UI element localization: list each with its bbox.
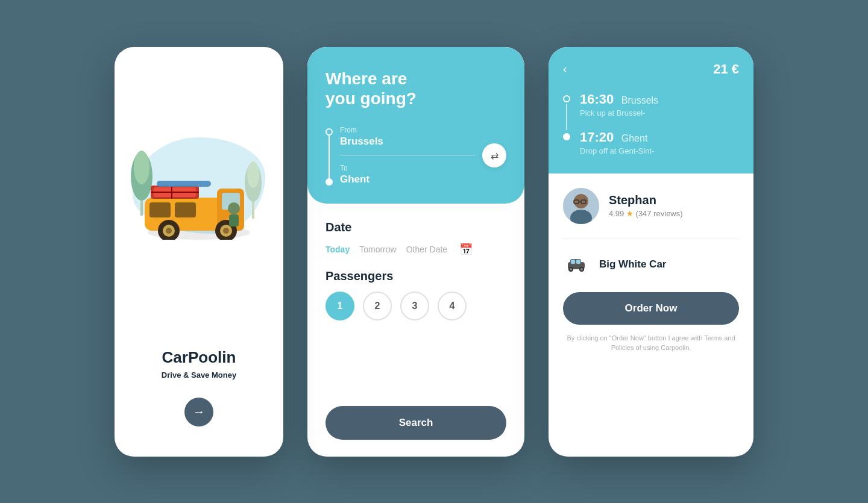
departure-sub: Pick up at Brussel- bbox=[580, 108, 739, 117]
welcome-card: CarPoolin Drive & Save Money → bbox=[115, 47, 283, 457]
passenger-3-button[interactable]: 3 bbox=[400, 292, 429, 320]
driver-rating-row: 4.99 ★ (347 reviews) bbox=[609, 209, 683, 218]
trip-header: ‹ 21 € 16:30 Brussels Pick up at Brussel… bbox=[549, 47, 753, 173]
search-card: Where are you going? From Brussels To Gh… bbox=[307, 47, 524, 457]
date-other[interactable]: Other Date bbox=[406, 245, 447, 254]
car-row: Big White Car bbox=[563, 251, 739, 278]
arrival-dot bbox=[563, 133, 570, 140]
car-name: Big White Car bbox=[599, 258, 666, 270]
trip-nav: ‹ 21 € bbox=[563, 61, 739, 77]
svg-rect-24 bbox=[229, 214, 239, 227]
van-illustration bbox=[139, 167, 259, 240]
passenger-4-button[interactable]: 4 bbox=[438, 292, 467, 320]
svg-point-38 bbox=[580, 268, 583, 270]
app-subtitle: Drive & Save Money bbox=[162, 370, 236, 380]
svg-rect-22 bbox=[157, 181, 211, 187]
passengers-section: Passengers 1 2 3 4 bbox=[326, 269, 506, 320]
divider bbox=[563, 239, 739, 239]
arrival-row: 17:20 Ghent Drop off at Gent-Sint- bbox=[563, 130, 739, 155]
svg-point-17 bbox=[223, 228, 229, 234]
passenger-2-button[interactable]: 2 bbox=[363, 292, 392, 320]
svg-rect-33 bbox=[571, 260, 575, 264]
svg-rect-9 bbox=[149, 202, 171, 217]
date-today[interactable]: Today bbox=[326, 245, 350, 254]
svg-point-23 bbox=[228, 202, 240, 214]
from-value[interactable]: Brussels bbox=[340, 136, 475, 155]
driver-avatar bbox=[563, 188, 599, 224]
search-heading: Where are you going? bbox=[326, 69, 506, 109]
get-started-button[interactable]: → bbox=[184, 398, 213, 426]
svg-rect-34 bbox=[576, 260, 580, 264]
route-container: From Brussels To Ghent ⇄ bbox=[326, 126, 506, 186]
route-timeline: 16:30 Brussels Pick up at Brussel- 17:20… bbox=[563, 92, 739, 155]
departure-row: 16:30 Brussels Pick up at Brussel- bbox=[563, 92, 739, 117]
search-button[interactable]: Search bbox=[326, 406, 506, 440]
departure-info: 16:30 Brussels Pick up at Brussel- bbox=[580, 92, 739, 117]
svg-point-36 bbox=[570, 268, 572, 270]
departure-city: Brussels bbox=[621, 95, 658, 105]
from-label: From bbox=[340, 126, 475, 134]
route-fields: From Brussels To Ghent bbox=[340, 126, 475, 186]
review-count: (347 reviews) bbox=[636, 209, 683, 218]
passengers-section-title: Passengers bbox=[326, 269, 506, 283]
arrival-city: Ghent bbox=[621, 133, 648, 143]
arrow-right-icon: → bbox=[193, 405, 205, 419]
app-title: CarPoolin bbox=[162, 348, 236, 367]
back-button[interactable]: ‹ bbox=[563, 62, 567, 76]
arrival-info: 17:20 Ghent Drop off at Gent-Sint- bbox=[580, 130, 739, 155]
date-options: Today Tomorrow Other Date 📅 bbox=[326, 243, 506, 256]
van-scene bbox=[121, 83, 277, 252]
driver-info: Stephan 4.99 ★ (347 reviews) bbox=[609, 193, 683, 218]
svg-rect-10 bbox=[175, 202, 196, 217]
date-section-title: Date bbox=[326, 220, 506, 234]
driver-row: Stephan 4.99 ★ (347 reviews) bbox=[563, 188, 739, 224]
search-header: Where are you going? From Brussels To Gh… bbox=[307, 47, 524, 204]
passenger-1-button[interactable]: 1 bbox=[326, 292, 354, 320]
car-icon-wrap bbox=[563, 251, 590, 278]
origin-dot bbox=[326, 128, 333, 136]
departure-dot bbox=[563, 95, 570, 102]
route-dots bbox=[326, 126, 333, 186]
price-display: 21 € bbox=[713, 61, 739, 77]
svg-point-14 bbox=[166, 228, 172, 234]
destination-dot bbox=[326, 178, 333, 186]
arrival-sub: Drop off at Gent-Sint- bbox=[580, 146, 739, 155]
trip-detail-bottom: Stephan 4.99 ★ (347 reviews) bbox=[549, 173, 753, 457]
arrival-time: 17:20 bbox=[580, 130, 614, 145]
date-section: Date Today Tomorrow Other Date 📅 bbox=[326, 220, 506, 256]
order-now-button[interactable]: Order Now bbox=[563, 292, 739, 325]
departure-time: 16:30 bbox=[580, 92, 614, 107]
star-icon: ★ bbox=[626, 209, 634, 218]
car-icon bbox=[565, 257, 587, 272]
swap-icon: ⇄ bbox=[491, 150, 498, 161]
to-label: To bbox=[340, 164, 475, 172]
calendar-icon[interactable]: 📅 bbox=[459, 243, 473, 256]
route-line bbox=[329, 136, 330, 178]
terms-text: By clicking on "Order Now" button I agre… bbox=[563, 333, 739, 353]
search-bottom: Date Today Tomorrow Other Date 📅 Passeng… bbox=[307, 204, 524, 457]
passengers-row: 1 2 3 4 bbox=[326, 292, 506, 320]
swap-button[interactable]: ⇄ bbox=[482, 143, 506, 167]
driver-name: Stephan bbox=[609, 193, 683, 207]
timeline-connector bbox=[566, 104, 567, 130]
date-tomorrow[interactable]: Tomorrow bbox=[359, 245, 396, 254]
avatar-image bbox=[563, 188, 599, 224]
illustration-area bbox=[115, 83, 283, 252]
to-value[interactable]: Ghent bbox=[340, 173, 475, 186]
trip-detail-card: ‹ 21 € 16:30 Brussels Pick up at Brussel… bbox=[549, 47, 753, 457]
welcome-text: CarPoolin Drive & Save Money bbox=[162, 348, 236, 380]
rating-value: 4.99 bbox=[609, 209, 624, 218]
